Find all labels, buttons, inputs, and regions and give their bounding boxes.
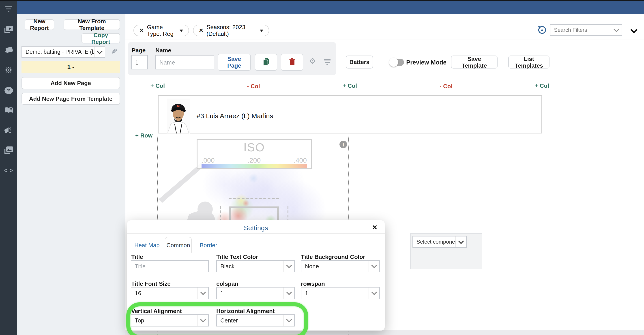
chip-close-icon[interactable]: ✕ bbox=[139, 28, 144, 33]
name-label: Name bbox=[156, 47, 171, 54]
batters-button[interactable]: Batters bbox=[346, 56, 373, 68]
chip-caret-icon bbox=[260, 29, 263, 32]
component-select[interactable]: Select component bbox=[412, 236, 467, 248]
title-text-color-label: Title Text Color bbox=[216, 254, 258, 260]
modal-header-divider bbox=[127, 233, 385, 234]
glossary-book-icon[interactable] bbox=[0, 105, 17, 116]
save-page-button[interactable]: Save Page bbox=[218, 54, 251, 71]
search-filters-input[interactable] bbox=[550, 25, 611, 36]
tab-heat-map[interactable]: Heat Map bbox=[134, 242, 160, 248]
edit-report-pencil-icon[interactable]: ✎ bbox=[111, 47, 118, 56]
list-templates-button[interactable]: List Templates bbox=[508, 56, 550, 68]
add-col-link[interactable]: + Col bbox=[342, 82, 357, 89]
component-select-value: Select component bbox=[413, 236, 456, 247]
filter-header: ✕ Game Type: Reg ✕ Seasons: 2023 (Defaul… bbox=[126, 14, 644, 40]
rowspan-select[interactable]: 1 bbox=[301, 287, 380, 299]
page-settings-gear-icon[interactable]: ⚙ bbox=[309, 57, 316, 65]
filter-menu-icon[interactable] bbox=[0, 4, 17, 14]
preview-mode-label: Preview Mode bbox=[406, 59, 446, 66]
add-row-link[interactable]: + Row bbox=[135, 132, 152, 139]
title-field-label: Title bbox=[131, 254, 143, 260]
report-select[interactable]: Demo: batting - PRIVATE (brad... bbox=[22, 46, 105, 58]
preview-mode-toggle[interactable] bbox=[390, 59, 404, 66]
title-font-size-label: Title Font Size bbox=[131, 280, 171, 287]
heatmap-legend: ISO .000 .200 .400 bbox=[196, 139, 312, 169]
grid-right-border-continuation bbox=[542, 330, 542, 335]
add-new-page-from-template-button[interactable]: Add New Page From Template bbox=[22, 93, 120, 105]
player-name: #3 Luis Arraez (L) Marlins bbox=[196, 112, 273, 120]
legend-tick-max: .400 bbox=[294, 156, 307, 164]
report-select-chevron[interactable] bbox=[94, 46, 105, 57]
remove-col-link[interactable]: - Col bbox=[440, 83, 452, 90]
tab-common[interactable]: Common bbox=[165, 237, 192, 252]
player-header-cell[interactable]: M #3 Luis Arraez (L) Marlins bbox=[158, 96, 542, 134]
rowspan-value: 1 bbox=[302, 288, 368, 299]
search-filters-box[interactable] bbox=[550, 24, 622, 36]
colspan-label: colspan bbox=[216, 280, 238, 287]
duplicate-page-button[interactable] bbox=[255, 54, 277, 71]
trash-icon bbox=[289, 58, 295, 67]
report-select-value: Demo: batting - PRIVATE (brad... bbox=[22, 46, 94, 57]
legend-title: ISO bbox=[198, 141, 311, 154]
colspan-value: 1 bbox=[217, 288, 284, 299]
title-text-color-select[interactable]: Black bbox=[216, 260, 295, 272]
add-col-link[interactable]: + Col bbox=[150, 82, 165, 89]
add-col-link[interactable]: + Col bbox=[535, 82, 549, 89]
collapse-header-chevron-icon[interactable] bbox=[632, 26, 636, 34]
title-text-color-value: Black bbox=[217, 261, 284, 272]
info-icon[interactable]: i bbox=[340, 141, 347, 148]
filter-chip-seasons[interactable]: ✕ Seasons: 2023 (Default) bbox=[193, 25, 269, 36]
filter-chip-game-type[interactable]: ✕ Game Type: Reg bbox=[134, 25, 189, 36]
chip-label: Game Type: Reg bbox=[147, 24, 176, 37]
modal-close-icon[interactable]: ✕ bbox=[372, 224, 378, 232]
copy-report-button[interactable]: Copy Report bbox=[82, 33, 120, 44]
chip-label: Seasons: 2023 (Default) bbox=[206, 24, 256, 37]
title-font-size-value: 16 bbox=[131, 288, 198, 299]
rowspan-label: rowspan bbox=[301, 280, 325, 287]
embed-code-icon[interactable]: < > bbox=[0, 165, 17, 176]
page-number-input[interactable] bbox=[131, 55, 148, 70]
new-from-template-button[interactable]: New From Template bbox=[64, 19, 120, 30]
empty-component-panel: Select component bbox=[410, 233, 482, 269]
page-name-input[interactable] bbox=[156, 55, 214, 70]
media-gallery-icon[interactable] bbox=[0, 145, 17, 156]
settings-gear-icon[interactable]: ⚙ bbox=[0, 64, 17, 75]
player-photo: M bbox=[166, 98, 190, 134]
report-cards-icon[interactable] bbox=[0, 44, 17, 55]
announcements-megaphone-icon[interactable] bbox=[0, 125, 17, 136]
tab-common-label: Common bbox=[166, 242, 190, 248]
colspan-select[interactable]: 1 bbox=[216, 287, 295, 299]
title-background-color-select[interactable]: None bbox=[301, 260, 380, 272]
app-sidebar: ⚙ ? bbox=[0, 0, 17, 335]
new-report-button[interactable]: New Report bbox=[25, 19, 54, 30]
title-background-color-label: Title Background Color bbox=[301, 254, 365, 260]
add-new-page-button[interactable]: Add New Page bbox=[22, 77, 120, 89]
toggle-knob bbox=[389, 58, 398, 67]
modal-title: Settings bbox=[127, 224, 385, 232]
svg-text:M: M bbox=[177, 104, 180, 108]
help-icon[interactable]: ? bbox=[0, 85, 17, 96]
zone-guide-top bbox=[229, 198, 279, 199]
page-list-item-selected[interactable]: 1 - bbox=[22, 61, 120, 73]
component-select-chevron[interactable] bbox=[456, 236, 466, 247]
chip-caret-icon bbox=[180, 29, 183, 32]
delete-page-button[interactable] bbox=[281, 54, 303, 71]
title-input[interactable] bbox=[131, 260, 209, 272]
top-edge-strip bbox=[0, 0, 644, 1]
title-background-color-value: None bbox=[302, 261, 368, 272]
top-bar bbox=[17, 1, 644, 14]
title-font-size-select[interactable]: 16 bbox=[131, 287, 209, 299]
heatmap-cell-border-continuation bbox=[348, 330, 349, 335]
remove-col-link[interactable]: - Col bbox=[247, 83, 260, 90]
chip-close-icon[interactable]: ✕ bbox=[199, 28, 203, 33]
page-filter-icon[interactable] bbox=[324, 59, 330, 66]
save-template-button[interactable]: Save Template bbox=[451, 56, 498, 68]
legend-gradient-bar bbox=[202, 164, 307, 168]
search-filters-chevron[interactable] bbox=[611, 25, 622, 36]
grid-right-border bbox=[542, 135, 542, 335]
filter-history-icon[interactable] bbox=[538, 26, 546, 36]
video-library-icon[interactable] bbox=[0, 24, 17, 35]
screen: ⚙ ? bbox=[0, 0, 644, 335]
tab-border[interactable]: Border bbox=[200, 242, 217, 248]
report-panel: New Report New From Template Copy Report… bbox=[17, 14, 126, 335]
